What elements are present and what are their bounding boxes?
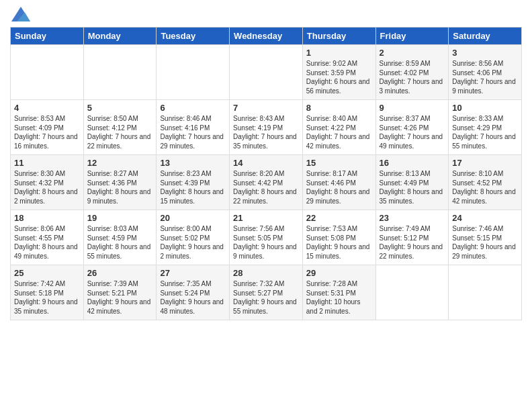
day-number: 17 [452, 158, 518, 168]
cell-sunset: Sunset: 4:49 PM [380, 179, 429, 187]
calendar-cell: 22Sunrise: 7:53 AMSunset: 5:08 PMDayligh… [302, 210, 375, 265]
cell-sunset: Sunset: 4:12 PM [87, 124, 137, 132]
calendar-cell [230, 45, 303, 100]
day-number: 10 [452, 103, 518, 113]
cell-sunrise: Sunrise: 8:20 AM [233, 170, 284, 177]
cell-sunset: Sunset: 4:42 PM [233, 179, 283, 187]
day-number: 15 [306, 158, 372, 168]
cell-sunrise: Sunrise: 7:28 AM [306, 280, 357, 287]
cell-daylight: Daylight: 7 hours and 35 minutes. [233, 133, 297, 150]
cell-sunrise: Sunrise: 8:56 AM [452, 60, 503, 67]
cell-daylight: Daylight: 9 hours and 55 minutes. [233, 298, 297, 315]
cell-daylight: Daylight: 9 hours and 15 minutes. [306, 243, 370, 260]
cell-sunrise: Sunrise: 7:32 AM [233, 280, 284, 287]
cell-daylight: Daylight: 7 hours and 55 minutes. [452, 133, 516, 150]
cell-daylight: Daylight: 9 hours and 29 minutes. [452, 243, 516, 260]
calendar-cell [157, 45, 230, 100]
cell-sunset: Sunset: 4:16 PM [160, 124, 210, 132]
cell-sunset: Sunset: 5:15 PM [452, 234, 502, 242]
calendar-cell [11, 45, 84, 100]
cell-daylight: Daylight: 8 hours and 55 minutes. [87, 243, 151, 260]
calendar-cell: 18Sunrise: 8:06 AMSunset: 4:55 PMDayligh… [11, 210, 84, 265]
cell-daylight: Daylight: 7 hours and 16 minutes. [14, 133, 78, 150]
cell-sunrise: Sunrise: 8:03 AM [87, 225, 138, 232]
cell-sunrise: Sunrise: 8:59 AM [380, 60, 431, 67]
calendar-cell: 2Sunrise: 8:59 AMSunset: 4:02 PMDaylight… [375, 45, 449, 100]
cell-sunset: Sunset: 5:12 PM [380, 234, 429, 242]
calendar-cell [449, 265, 522, 320]
cell-sunrise: Sunrise: 7:53 AM [306, 225, 357, 232]
cell-daylight: Daylight: 8 hours and 49 minutes. [14, 243, 78, 260]
day-number: 21 [233, 213, 299, 223]
day-number: 6 [160, 103, 226, 113]
calendar-cell: 9Sunrise: 8:37 AMSunset: 4:26 PMDaylight… [375, 100, 449, 155]
calendar-week-row: 18Sunrise: 8:06 AMSunset: 4:55 PMDayligh… [11, 210, 522, 265]
day-number: 2 [380, 48, 445, 58]
cell-sunset: Sunset: 5:18 PM [14, 289, 64, 297]
day-number: 29 [306, 268, 372, 278]
day-number: 27 [160, 268, 226, 278]
calendar-cell: 29Sunrise: 7:28 AMSunset: 5:31 PMDayligh… [302, 265, 375, 320]
page-container: SundayMondayTuesdayWednesdayThursdayFrid… [0, 0, 532, 327]
cell-sunset: Sunset: 4:59 PM [87, 234, 137, 242]
calendar-cell [83, 45, 157, 100]
cell-sunset: Sunset: 4:46 PM [306, 179, 356, 187]
day-number: 19 [87, 213, 153, 223]
calendar-cell: 4Sunrise: 8:53 AMSunset: 4:09 PMDaylight… [11, 100, 84, 155]
calendar-cell: 10Sunrise: 8:33 AMSunset: 4:29 PMDayligh… [449, 100, 522, 155]
calendar-week-row: 25Sunrise: 7:42 AMSunset: 5:18 PMDayligh… [11, 265, 522, 320]
cell-sunrise: Sunrise: 9:02 AM [306, 60, 357, 67]
calendar-week-row: 1Sunrise: 9:02 AMSunset: 3:59 PMDaylight… [11, 45, 522, 100]
weekday-header: Wednesday [230, 28, 303, 45]
day-number: 7 [233, 103, 299, 113]
cell-sunrise: Sunrise: 8:23 AM [160, 170, 211, 177]
cell-daylight: Daylight: 8 hours and 42 minutes. [452, 188, 516, 205]
calendar-cell: 5Sunrise: 8:50 AMSunset: 4:12 PMDaylight… [83, 100, 157, 155]
cell-daylight: Daylight: 9 hours and 22 minutes. [380, 243, 443, 260]
calendar-cell: 23Sunrise: 7:49 AMSunset: 5:12 PMDayligh… [375, 210, 449, 265]
calendar-cell: 13Sunrise: 8:23 AMSunset: 4:39 PMDayligh… [157, 155, 230, 210]
calendar-cell: 28Sunrise: 7:32 AMSunset: 5:27 PMDayligh… [230, 265, 303, 320]
cell-daylight: Daylight: 8 hours and 2 minutes. [14, 188, 78, 205]
calendar-cell: 25Sunrise: 7:42 AMSunset: 5:18 PMDayligh… [11, 265, 84, 320]
calendar-table: SundayMondayTuesdayWednesdayThursdayFrid… [10, 27, 522, 320]
weekday-header: Saturday [449, 28, 522, 45]
page-header [10, 7, 522, 21]
calendar-cell: 21Sunrise: 7:56 AMSunset: 5:05 PMDayligh… [230, 210, 303, 265]
cell-sunrise: Sunrise: 8:53 AM [14, 115, 65, 122]
cell-sunrise: Sunrise: 8:10 AM [452, 170, 503, 177]
day-number: 16 [380, 158, 445, 168]
day-number: 26 [87, 268, 153, 278]
cell-sunset: Sunset: 4:52 PM [452, 179, 502, 187]
day-number: 5 [87, 103, 153, 113]
cell-daylight: Daylight: 7 hours and 3 minutes. [380, 78, 443, 95]
cell-sunrise: Sunrise: 7:56 AM [233, 225, 284, 232]
logo-icon [11, 7, 30, 21]
cell-sunrise: Sunrise: 8:00 AM [160, 225, 211, 232]
cell-sunrise: Sunrise: 8:30 AM [14, 170, 65, 177]
calendar-cell: 11Sunrise: 8:30 AMSunset: 4:32 PMDayligh… [11, 155, 84, 210]
weekday-header: Friday [375, 28, 449, 45]
weekday-header: Monday [83, 28, 157, 45]
calendar-cell: 27Sunrise: 7:35 AMSunset: 5:24 PMDayligh… [157, 265, 230, 320]
calendar-cell: 24Sunrise: 7:46 AMSunset: 5:15 PMDayligh… [449, 210, 522, 265]
day-number: 20 [160, 213, 226, 223]
day-number: 14 [233, 158, 299, 168]
day-number: 9 [380, 103, 445, 113]
calendar-cell: 26Sunrise: 7:39 AMSunset: 5:21 PMDayligh… [83, 265, 157, 320]
cell-sunrise: Sunrise: 8:13 AM [380, 170, 431, 177]
cell-sunrise: Sunrise: 7:35 AM [160, 280, 211, 287]
weekday-header: Thursday [302, 28, 375, 45]
cell-sunrise: Sunrise: 8:50 AM [87, 115, 138, 122]
cell-daylight: Daylight: 8 hours and 29 minutes. [306, 188, 370, 205]
day-number: 25 [14, 268, 80, 278]
cell-sunset: Sunset: 5:02 PM [160, 234, 210, 242]
cell-sunset: Sunset: 4:19 PM [233, 124, 283, 132]
cell-sunset: Sunset: 4:02 PM [380, 69, 429, 77]
cell-sunrise: Sunrise: 8:33 AM [452, 115, 503, 122]
cell-sunset: Sunset: 5:05 PM [233, 234, 283, 242]
cell-daylight: Daylight: 8 hours and 22 minutes. [233, 188, 297, 205]
calendar-cell: 20Sunrise: 8:00 AMSunset: 5:02 PMDayligh… [157, 210, 230, 265]
cell-daylight: Daylight: 8 hours and 15 minutes. [160, 188, 224, 205]
calendar-cell: 3Sunrise: 8:56 AMSunset: 4:06 PMDaylight… [449, 45, 522, 100]
